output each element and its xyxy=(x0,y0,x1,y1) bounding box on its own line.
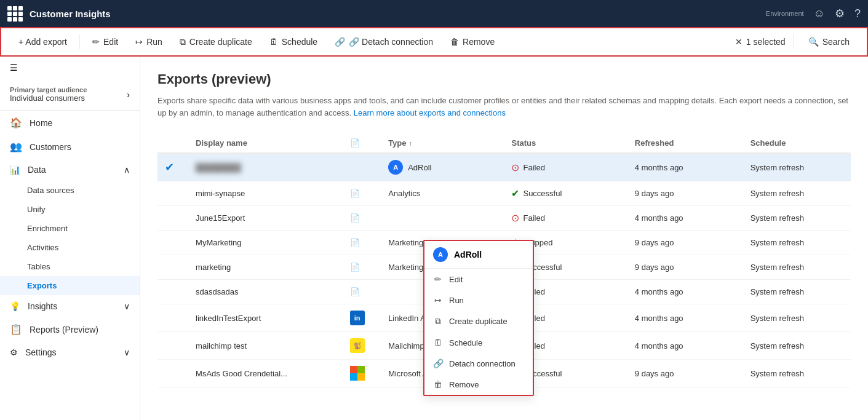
row-checkbox[interactable] xyxy=(157,206,188,231)
sidebar-sub-enrichment[interactable]: Enrichment xyxy=(0,219,140,238)
row-schedule: System refresh xyxy=(743,181,851,206)
chevron-right-icon: › xyxy=(127,90,130,100)
schedule-icon: 🗓 xyxy=(433,338,443,347)
customers-icon: 👥 xyxy=(10,141,22,153)
chevron-down-icon: ∨ xyxy=(124,301,130,311)
audience-value: Individual consumers xyxy=(10,93,87,103)
learn-more-link[interactable]: Learn more about exports and connections xyxy=(354,108,506,117)
trash-icon: 🗑 xyxy=(433,379,443,389)
row-checkbox[interactable] xyxy=(157,332,188,360)
context-menu-schedule-label: Schedule xyxy=(449,338,482,347)
create-duplicate-button[interactable]: ⧉ Create duplicate xyxy=(172,33,260,51)
sidebar-item-home-label: Home xyxy=(30,118,52,128)
row-display-name: June15Export xyxy=(188,206,342,231)
detach-connection-button[interactable]: 🔗 🔗 Detach connection xyxy=(327,33,440,50)
row-type-icon: 📄 xyxy=(343,181,381,206)
audience-selector[interactable]: Primary target audience Individual consu… xyxy=(0,79,140,111)
row-checkbox[interactable] xyxy=(157,280,188,304)
schedule-button[interactable]: 🗓 Schedule xyxy=(262,33,325,50)
sidebar-item-home[interactable]: 🏠 Home xyxy=(0,111,140,135)
context-menu-title: AdRoll xyxy=(454,250,482,260)
remove-button[interactable]: 🗑 Remove xyxy=(443,33,502,50)
sidebar-item-customers-label: Customers xyxy=(30,142,71,152)
doc-icon: 📄 xyxy=(350,263,360,272)
sidebar-sub-tables[interactable]: Tables xyxy=(0,257,140,276)
row-checkbox[interactable] xyxy=(157,255,188,280)
table-row: June15Export 📄 ⊙Failed 4 months ago Syst… xyxy=(157,206,851,231)
row-checkbox[interactable] xyxy=(157,231,188,255)
row-refreshed: 4 months ago xyxy=(627,206,743,231)
row-type-icon xyxy=(343,153,381,181)
sidebar-item-reports[interactable]: 📋 Reports (Preview) xyxy=(0,317,140,341)
page-description: Exports share specific data with various… xyxy=(157,95,851,119)
row-type: Analytics xyxy=(381,181,504,206)
separator-1 xyxy=(79,34,80,49)
duplicate-icon: ⧉ xyxy=(180,37,186,47)
search-icon: 🔍 xyxy=(808,37,819,47)
sidebar-item-customers[interactable]: 👥 Customers xyxy=(0,135,140,159)
sidebar: ☰ Primary target audience Individual con… xyxy=(0,57,140,420)
sidebar-group-data-header[interactable]: 📊 Data ∧ xyxy=(0,159,140,181)
top-bar-right: Environment ☺ ⚙ ? xyxy=(766,7,861,20)
th-type[interactable]: Type ↑ xyxy=(381,133,504,153)
context-menu-duplicate[interactable]: ⧉ Create duplicate xyxy=(424,311,533,332)
schedule-icon: 🗓 xyxy=(269,37,278,47)
environment-label: Environment xyxy=(766,10,804,17)
sidebar-sub-exports[interactable]: Exports xyxy=(0,276,140,295)
selected-count: 1 selected xyxy=(746,37,786,47)
context-menu-detach[interactable]: 🔗 Detach connection xyxy=(424,353,533,374)
run-button[interactable]: ↦ Run xyxy=(128,33,170,50)
context-menu: A AdRoll ✏ Edit ↦ Run ⧉ Create duplicate… xyxy=(423,240,534,396)
row-type-icon: in xyxy=(343,304,381,332)
table-row: mimi-synapse 📄 Analytics ✔Successful 9 d… xyxy=(157,181,851,206)
row-checkbox[interactable] xyxy=(157,181,188,206)
row-status: ✔Successful xyxy=(504,181,627,206)
help-icon[interactable]: ? xyxy=(854,7,861,20)
edit-button[interactable]: ✏ Edit xyxy=(85,33,125,50)
row-status: ⊙Failed xyxy=(504,206,627,231)
row-checkbox[interactable] xyxy=(157,360,188,387)
failed-icon: ⊙ xyxy=(511,162,519,173)
sidebar-group-data: 📊 Data ∧ Data sources Unify Enrichment A… xyxy=(0,159,140,295)
row-refreshed: 9 days ago xyxy=(627,360,743,387)
row-checkbox[interactable] xyxy=(157,304,188,332)
person-icon[interactable]: ☺ xyxy=(814,7,825,20)
context-menu-run[interactable]: ↦ Run xyxy=(424,290,533,311)
sidebar-sub-activities[interactable]: Activities xyxy=(0,238,140,257)
row-checkbox[interactable]: ✔ xyxy=(157,153,188,181)
row-type-icon: 📄 xyxy=(343,280,381,304)
context-menu-remove[interactable]: 🗑 Remove xyxy=(424,374,533,395)
search-button[interactable]: 🔍 Search xyxy=(801,33,857,50)
add-export-button[interactable]: + Add export xyxy=(11,33,74,50)
hamburger-button[interactable]: ☰ xyxy=(0,57,140,79)
sort-arrow: ↑ xyxy=(409,140,413,147)
context-menu-edit[interactable]: ✏ Edit xyxy=(424,269,533,290)
sidebar-reports-label: Reports (Preview) xyxy=(30,325,98,335)
sidebar-sub-data-sources[interactable]: Data sources xyxy=(0,181,140,200)
context-menu-schedule[interactable]: 🗓 Schedule xyxy=(424,332,533,353)
sidebar-group-settings-header[interactable]: ⚙ Settings ∨ xyxy=(0,341,140,363)
row-type-icon: 📄 xyxy=(343,255,381,280)
sidebar-sub-unify[interactable]: Unify xyxy=(0,200,140,219)
context-menu-run-label: Run xyxy=(449,296,464,305)
app-title: Customer Insights xyxy=(30,9,111,19)
context-menu-header: A AdRoll xyxy=(424,241,533,269)
settings-icon[interactable]: ⚙ xyxy=(835,7,845,20)
context-adroll-icon: A xyxy=(433,247,448,262)
waffle-icon[interactable] xyxy=(7,6,22,21)
page-title: Exports (preview) xyxy=(157,71,851,87)
sidebar-group-insights-header[interactable]: 💡 Insights ∨ xyxy=(0,295,140,317)
row-display-name: linkedInTestExport xyxy=(188,304,342,332)
cmd-right: ✕ 1 selected 🔍 Search xyxy=(735,33,857,50)
context-menu-remove-label: Remove xyxy=(449,380,479,389)
th-check xyxy=(157,133,188,153)
row-schedule: System refresh xyxy=(743,153,851,181)
main-layout: ☰ Primary target audience Individual con… xyxy=(0,57,868,420)
row-refreshed: 9 days ago xyxy=(627,181,743,206)
type-sort-header[interactable]: Type ↑ xyxy=(388,138,496,148)
row-refreshed: 4 months ago xyxy=(627,153,743,181)
adroll-icon: A xyxy=(388,160,403,175)
edit-icon: ✏ xyxy=(92,37,100,47)
close-icon[interactable]: ✕ xyxy=(735,37,743,47)
doc-icon: 📄 xyxy=(350,238,360,247)
